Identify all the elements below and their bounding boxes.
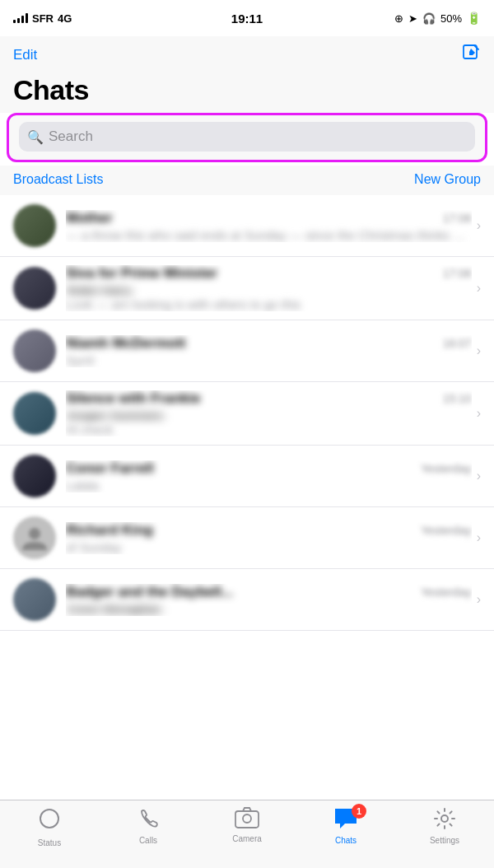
chat-time: 15:10	[443, 392, 472, 405]
avatar	[13, 455, 56, 497]
chat-time: 17:08	[443, 212, 472, 225]
svg-point-5	[441, 815, 448, 822]
tab-item-settings[interactable]: Settings	[395, 807, 494, 845]
avatar	[13, 329, 56, 372]
avatar	[13, 267, 56, 310]
chat-top: Niamh McDermott 16:07	[66, 335, 472, 352]
chat-content: Conor Farrell Yesterday Lalala	[66, 460, 472, 492]
settings-icon	[433, 807, 456, 833]
chat-time: 17:08	[443, 267, 472, 280]
chat-preview-text: Look — am looking is with others to go t…	[66, 297, 472, 311]
chevron-right-icon: ›	[477, 592, 481, 607]
list-item[interactable]: Richard King Yesterday of Sunday ›	[0, 507, 494, 569]
chat-top: Silence with Frankie 15:10	[66, 390, 472, 407]
tab-label-status: Status	[38, 838, 61, 847]
chevron-right-icon: ›	[477, 530, 481, 545]
svg-point-1	[29, 528, 40, 539]
list-item[interactable]: Silence with Frankie 15:10 Imogen Summer…	[0, 382, 494, 446]
tab-item-camera[interactable]: Camera	[198, 807, 296, 843]
chats-badge-wrapper: 1	[333, 807, 358, 833]
chat-top: Conor Farrell Yesterday	[66, 460, 472, 477]
tab-item-status[interactable]: Status	[0, 807, 99, 847]
chat-content: Richard King Yesterday of Sunday	[66, 522, 472, 554]
search-bar[interactable]: 🔍 Search	[19, 122, 475, 152]
chat-top: Badger and the Daybell... Yesterday	[66, 584, 472, 600]
carrier-label: SFR	[32, 12, 54, 25]
chat-name: Richard King	[66, 522, 153, 539]
chat-time: Yesterday	[421, 524, 472, 537]
tab-label-calls: Calls	[139, 836, 157, 845]
status-bar: SFR 4G 19:11 ⊕ ➤ 🎧 50% 🔋	[0, 0, 494, 36]
chevron-right-icon: ›	[477, 218, 481, 233]
chat-time: Yesterday	[421, 586, 472, 599]
avatar	[13, 578, 56, 621]
status-right: ⊕ ➤ 🎧 50% 🔋	[394, 12, 481, 25]
tab-label-camera: Camera	[232, 834, 262, 843]
person-silhouette	[22, 525, 47, 550]
tab-label-chats: Chats	[335, 836, 357, 845]
compose-button[interactable]	[461, 43, 481, 68]
tab-label-settings: Settings	[430, 836, 459, 845]
chat-name: Badger and the Daybell...	[66, 584, 233, 600]
chat-content: Silence with Frankie 15:10 Imogen Summer…	[66, 390, 472, 436]
chat-name: Niamh McDermott	[66, 335, 185, 352]
location-icon: ⊕	[394, 12, 403, 25]
broadcast-row: Broadcast Lists New Group	[0, 166, 494, 195]
chats-title-area: Chats	[0, 71, 494, 113]
chat-preview: Conor Monaghan	[66, 602, 472, 616]
status-icon	[38, 807, 61, 836]
list-item[interactable]: Badger and the Daybell... Yesterday Cono…	[0, 569, 494, 631]
chat-time: Yesterday	[421, 462, 472, 475]
chat-name: Siva for Prime Minister	[66, 265, 217, 282]
chat-preview: Syrril	[66, 353, 472, 367]
list-item[interactable]: Siva for Prime Minister 17:08 Robin Harr…	[0, 257, 494, 320]
avatar	[13, 392, 56, 435]
search-container: 🔍 Search	[7, 113, 487, 162]
chat-content: Siva for Prime Minister 17:08 Robin Harr…	[66, 265, 472, 311]
list-item[interactable]: Niamh McDermott 16:07 Syrril ›	[0, 320, 494, 382]
chat-name: Conor Farrell	[66, 460, 154, 477]
chat-top: Mother 17:08	[66, 210, 472, 226]
nav-header: Edit	[0, 36, 494, 71]
chevron-right-icon: ›	[477, 281, 481, 296]
chevron-right-icon: ›	[477, 469, 481, 483]
chat-preview: Lalala	[66, 478, 472, 492]
search-icon: 🔍	[27, 129, 44, 145]
chats-badge: 1	[352, 804, 366, 819]
tab-item-chats[interactable]: 1 Chats	[296, 807, 395, 845]
camera-icon	[235, 807, 259, 832]
chevron-right-icon: ›	[477, 343, 481, 358]
avatar	[13, 204, 56, 247]
chat-content: Badger and the Daybell... Yesterday Cono…	[66, 584, 472, 616]
chat-top: Siva for Prime Minister 17:08	[66, 265, 472, 282]
chat-name: Silence with Frankie	[66, 390, 200, 407]
battery-label: 50%	[440, 12, 462, 25]
signal-bar-2	[17, 18, 20, 23]
status-left: SFR 4G	[13, 12, 72, 25]
new-group-button[interactable]: New Group	[414, 172, 481, 187]
signal-bar-3	[21, 16, 24, 23]
compose-icon	[461, 43, 481, 63]
chat-preview: of Sunday	[66, 540, 472, 554]
chat-preview: Imogen Summers	[66, 408, 472, 422]
broadcast-lists-button[interactable]: Broadcast Lists	[13, 172, 103, 187]
phone-frame: SFR 4G 19:11 ⊕ ➤ 🎧 50% 🔋 Edit Chats 🔍	[0, 0, 494, 868]
avatar	[13, 516, 56, 559]
time-display: 19:11	[231, 12, 263, 26]
page-title: Chats	[13, 74, 481, 106]
chats-icon	[333, 819, 358, 833]
chat-top: Richard King Yesterday	[66, 522, 472, 539]
signal-bar-4	[26, 13, 28, 23]
chat-preview: Robin Harry	[66, 283, 472, 297]
chat-content: Mother 17:08 — a throw this who said end…	[66, 210, 472, 242]
search-placeholder: Search	[49, 128, 93, 145]
list-item[interactable]: Mother 17:08 — a throw this who said end…	[0, 195, 494, 257]
svg-point-2	[40, 810, 58, 828]
edit-button[interactable]: Edit	[13, 47, 37, 63]
tab-item-calls[interactable]: Calls	[99, 807, 198, 845]
chevron-right-icon: ›	[477, 406, 481, 421]
chat-time: 16:07	[443, 337, 472, 350]
svg-point-4	[243, 814, 251, 823]
list-item[interactable]: Conor Farrell Yesterday Lalala ›	[0, 446, 494, 507]
headphone-icon: 🎧	[422, 12, 436, 25]
